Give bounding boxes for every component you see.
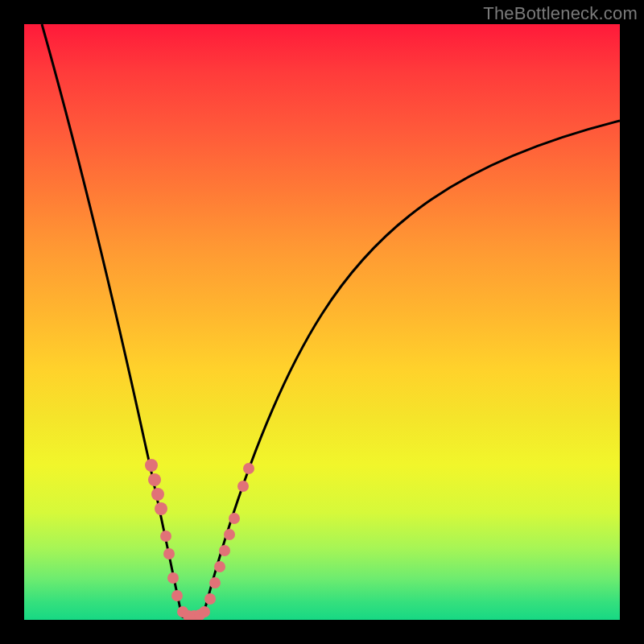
- curve-markers: [145, 459, 254, 620]
- svg-point-4: [160, 530, 171, 542]
- svg-point-20: [243, 463, 254, 474]
- svg-point-19: [237, 481, 249, 492]
- svg-point-18: [229, 513, 240, 524]
- svg-point-2: [151, 488, 164, 501]
- svg-point-0: [145, 459, 158, 472]
- svg-point-7: [171, 590, 183, 601]
- svg-point-5: [163, 548, 175, 559]
- svg-point-15: [214, 561, 225, 572]
- curve-left-branch: [42, 24, 182, 617]
- curve-right-branch: [203, 121, 620, 617]
- watermark-text: TheBottleneck.com: [483, 3, 638, 24]
- chart-svg: [24, 24, 620, 620]
- chart-plot-area: [24, 24, 620, 620]
- svg-point-6: [167, 572, 179, 584]
- svg-point-3: [155, 502, 167, 515]
- svg-point-14: [209, 577, 221, 588]
- svg-point-13: [204, 593, 216, 605]
- bottleneck-curve: [42, 24, 620, 618]
- svg-point-1: [148, 473, 161, 486]
- chart-frame: TheBottleneck.com: [0, 0, 644, 644]
- svg-point-12: [199, 606, 210, 617]
- svg-point-17: [224, 529, 235, 540]
- svg-point-16: [219, 545, 230, 556]
